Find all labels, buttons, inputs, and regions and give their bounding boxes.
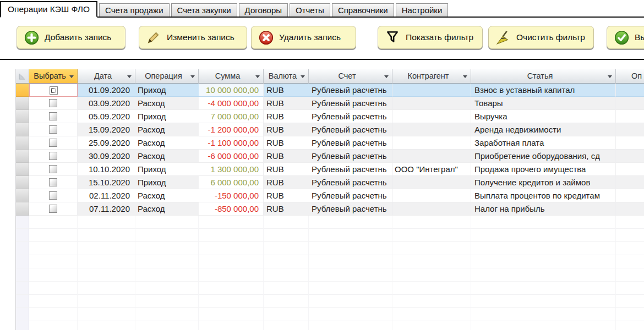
cell-category[interactable]: Получение кредитов и займов [471,176,616,189]
cell-currency[interactable]: RUB [264,176,309,189]
edit-record-button[interactable]: Изменить запись [139,26,247,49]
column-header-description[interactable]: Оп [616,69,644,84]
cell-date[interactable]: 15.09.2020 [78,123,135,136]
cell-operation[interactable]: Расход [135,123,199,136]
cell-date[interactable]: 30.09.2020 [78,150,135,163]
cell-amount[interactable]: -4 000 000,00 [199,97,264,110]
dropdown-arrow-icon[interactable] [301,75,305,78]
cell-currency[interactable]: RUB [264,163,309,176]
cell-counterparty[interactable] [392,176,471,189]
cell-currency[interactable]: RUB [264,150,309,163]
tab-sales-invoices[interactable]: Счета продажи [99,3,170,16]
cell-description[interactable] [616,189,644,202]
dropdown-arrow-icon[interactable] [608,75,612,78]
dropdown-arrow-icon[interactable] [127,75,132,78]
cell-date[interactable]: 15.10.2020 [78,176,135,189]
cell-amount[interactable]: 6 000 000,00 [199,176,264,189]
dropdown-arrow-icon[interactable] [463,75,467,78]
table-row[interactable]: 25.09.2020 Расход -1 100 000,00 RUB Рубл… [16,136,644,150]
table-row[interactable]: 01.09.2020 Приход 10 000 000,00 RUB Рубл… [16,84,644,97]
select-all-corner[interactable] [16,69,29,84]
row-checkbox[interactable] [50,86,58,95]
row-gutter[interactable] [16,189,29,202]
cell-currency[interactable]: RUB [264,202,309,216]
dropdown-arrow-icon[interactable] [255,75,260,78]
cell-account[interactable]: Рублевый расчетнь [309,163,392,176]
row-checkbox[interactable] [49,191,57,200]
add-record-button[interactable]: Добавить запись [17,26,125,49]
row-select-cell[interactable] [29,150,78,163]
cell-description[interactable] [616,176,644,189]
clear-filter-button[interactable]: Очистить фильтр [488,26,594,49]
row-checkbox[interactable] [49,125,57,134]
cell-category[interactable]: Заработная плата [471,136,616,150]
cell-date[interactable]: 25.09.2020 [78,136,135,150]
cell-account[interactable]: Рублевый расчетнь [309,176,392,189]
cell-counterparty[interactable] [392,189,471,202]
row-checkbox[interactable] [49,112,57,120]
cell-currency[interactable]: RUB [264,84,309,97]
table-row[interactable]: 07.11.2020 Расход -850 000,00 RUB Рублев… [16,202,644,216]
tab-purchase-invoices[interactable]: Счета закупки [171,3,237,16]
row-select-cell[interactable] [29,202,78,216]
cell-currency[interactable]: RUB [264,136,309,150]
table-row[interactable]: 02.11.2020 Расход -150 000,00 RUB Рублев… [16,189,644,202]
cell-category[interactable]: Выплата процентов по кредитам [471,189,616,202]
tab-contracts[interactable]: Договоры [239,3,288,16]
cell-date[interactable]: 10.10.2020 [78,163,135,176]
cell-date[interactable]: 07.11.2020 [78,202,135,216]
confirm-button-truncated[interactable]: Вы [607,26,644,49]
cell-counterparty[interactable] [392,150,471,163]
cell-operation[interactable]: Расход [135,136,199,150]
cell-description[interactable] [616,84,644,97]
row-gutter[interactable] [16,176,29,189]
cell-account[interactable]: Рублевый расчетнь [309,136,392,150]
tab-operations-cash-flow[interactable]: Операции КЭШ ФЛО [0,1,97,18]
row-select-cell[interactable] [29,97,78,110]
column-header-date[interactable]: Дата [78,69,135,84]
cell-operation[interactable]: Расход [135,97,199,110]
cell-operation[interactable]: Расход [135,150,199,163]
dropdown-arrow-icon[interactable] [190,75,195,78]
cell-date[interactable]: 02.11.2020 [78,189,135,202]
cell-description[interactable] [616,150,644,163]
cell-category[interactable]: Товары [471,97,616,110]
cell-amount[interactable]: 1 300 000,00 [199,163,264,176]
cell-amount[interactable]: 10 000 000,00 [199,84,264,97]
table-row[interactable]: 30.09.2020 Расход -6 000 000,00 RUB Рубл… [16,150,644,163]
row-gutter[interactable] [16,123,29,136]
cell-currency[interactable]: RUB [264,97,309,110]
cell-amount[interactable]: 7 000 000,00 [199,110,264,123]
column-header-currency[interactable]: Валюта [264,69,309,84]
row-gutter[interactable] [16,136,29,150]
cell-description[interactable] [616,202,644,216]
row-checkbox[interactable] [49,178,57,186]
cell-counterparty[interactable] [392,97,471,110]
cell-account[interactable]: Рублевый расчетнь [309,123,392,136]
row-select-cell[interactable] [29,110,78,123]
cell-amount[interactable]: -850 000,00 [199,202,264,216]
tab-settings[interactable]: Настройки [396,3,449,16]
row-select-cell[interactable] [29,189,78,202]
cell-operation[interactable]: Приход [135,110,199,123]
tab-directories[interactable]: Справочники [332,3,394,16]
table-row[interactable]: 03.09.2020 Расход -4 000 000,00 RUB Рубл… [16,97,644,110]
row-select-cell[interactable] [29,176,78,189]
cell-description[interactable] [616,97,644,110]
cell-category[interactable]: Приобретение оборудования, сд [471,150,616,163]
column-header-counterparty[interactable]: Контрагент [392,69,471,84]
cell-category[interactable]: Аренда недвижимости [471,123,616,136]
cell-account[interactable]: Рублевый расчетнь [309,97,392,110]
cell-operation[interactable]: Приход [135,163,199,176]
cell-date[interactable]: 03.09.2020 [78,97,135,110]
cell-currency[interactable]: RUB [264,123,309,136]
column-header-account[interactable]: Счет [309,69,392,84]
table-row[interactable]: 15.09.2020 Расход -1 200 000,00 RUB Рубл… [16,123,644,136]
row-select-cell[interactable] [29,84,78,97]
column-header-amount[interactable]: Сумма [199,69,264,84]
cell-operation[interactable]: Приход [135,176,199,189]
row-gutter[interactable] [16,110,29,123]
column-header-operation[interactable]: Операция [135,69,199,84]
dropdown-arrow-icon[interactable] [69,75,74,78]
cell-category[interactable]: Выручка [471,110,616,123]
